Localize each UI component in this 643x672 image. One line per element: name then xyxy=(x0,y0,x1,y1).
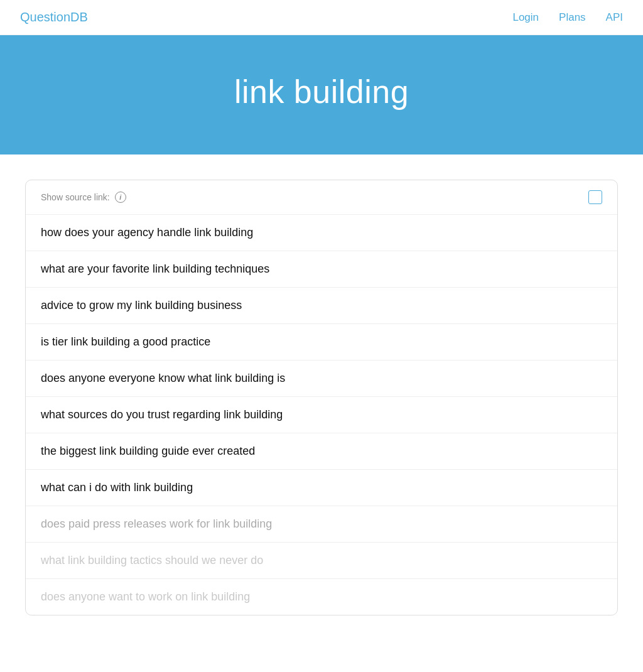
show-source-checkbox[interactable] xyxy=(588,190,602,204)
navbar: QuestionDB LoginPlansAPI xyxy=(0,0,643,35)
source-label: Show source link: i xyxy=(41,192,126,203)
question-item[interactable]: what link building tactics should we nev… xyxy=(26,543,617,579)
search-topic-title: link building xyxy=(234,73,409,111)
source-label-text: Show source link: xyxy=(41,192,110,202)
question-item[interactable]: does anyone want to work on link buildin… xyxy=(26,579,617,615)
info-icon[interactable]: i xyxy=(115,192,126,203)
question-item[interactable]: what can i do with link building xyxy=(26,470,617,506)
question-item[interactable]: is tier link building a good practice xyxy=(26,324,617,360)
nav-link-plans[interactable]: Plans xyxy=(559,11,586,24)
nav-link-login[interactable]: Login xyxy=(512,11,539,24)
question-item[interactable]: the biggest link building guide ever cre… xyxy=(26,433,617,470)
question-item[interactable]: what are your favorite link building tec… xyxy=(26,251,617,288)
nav-link-api[interactable]: API xyxy=(606,11,623,24)
site-logo[interactable]: QuestionDB xyxy=(20,10,88,24)
question-item[interactable]: how does your agency handle link buildin… xyxy=(26,215,617,251)
question-item[interactable]: does anyone everyone know what link buil… xyxy=(26,360,617,397)
main-content: Show source link: i how does your agency… xyxy=(0,154,643,653)
question-item[interactable]: does paid press releases work for link b… xyxy=(26,506,617,543)
results-card: Show source link: i how does your agency… xyxy=(25,180,618,615)
questions-list: how does your agency handle link buildin… xyxy=(26,215,617,615)
source-bar: Show source link: i xyxy=(26,180,617,215)
hero-banner: link building xyxy=(0,35,643,154)
nav-links: LoginPlansAPI xyxy=(512,11,623,24)
question-item[interactable]: what sources do you trust regarding link… xyxy=(26,397,617,433)
question-item[interactable]: advice to grow my link building business xyxy=(26,288,617,324)
